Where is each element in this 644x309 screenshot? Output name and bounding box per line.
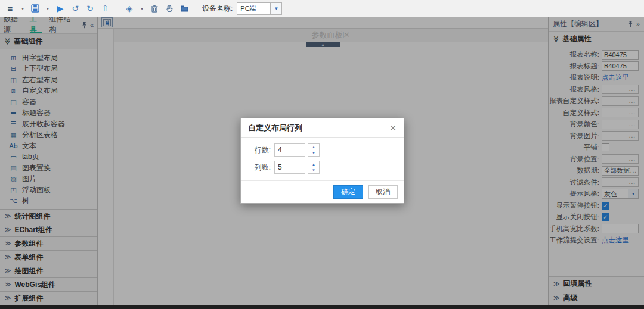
format-caret-icon[interactable]: ▾ — [139, 6, 145, 11]
bottom-edge — [0, 305, 644, 309]
cancel-button[interactable]: 取消 — [368, 185, 398, 199]
cols-input[interactable] — [274, 161, 305, 174]
undo-icon[interactable]: ↺ — [70, 3, 80, 14]
rows-stepper: ▲ ▼ — [308, 143, 320, 157]
cols-field-row: 列数: ▲ ▼ — [248, 161, 397, 174]
format-paint-icon[interactable]: ◈ — [124, 3, 135, 14]
stepper-up-icon[interactable]: ▲ — [308, 144, 319, 150]
custom-layout-dialog: 自定义布局行列 ✕ 行数: ▲ ▼ 列数: ▲ ▼ 确定 — [240, 118, 404, 204]
chevron-down-icon[interactable]: ▼ — [270, 3, 281, 14]
ok-button[interactable]: 确定 — [333, 185, 363, 199]
rows-label: 行数: — [248, 145, 271, 155]
rows-field-row: 行数: ▲ ▼ — [248, 143, 397, 157]
dialog-title: 自定义布局行列 — [248, 123, 302, 133]
save-caret-icon[interactable]: ▾ — [45, 6, 51, 11]
stepper-down-icon[interactable]: ▼ — [308, 167, 319, 173]
cols-stepper: ▲ ▼ — [308, 161, 320, 174]
top-toolbar: ≡ ▾ ▾ ▶ ↺ ↻ ⇧ ◈ ▾ — [0, 0, 644, 17]
toolbar-separator — [117, 4, 117, 13]
close-icon[interactable]: ✕ — [389, 124, 397, 132]
device-select[interactable]: PC端 ▼ — [237, 2, 282, 15]
dialog-body: 行数: ▲ ▼ 列数: ▲ ▼ — [241, 138, 404, 180]
save-icon[interactable] — [30, 3, 41, 14]
app-window: ≡ ▾ ▾ ▶ ↺ ↻ ⇧ ◈ ▾ — [0, 0, 644, 309]
pan-hand-icon[interactable] — [164, 3, 175, 14]
upload-icon[interactable]: ⇧ — [100, 3, 110, 14]
stepper-down-icon[interactable]: ▼ — [308, 150, 319, 156]
device-name-label: 设备名称: — [202, 4, 233, 14]
device-select-value: PC端 — [237, 3, 270, 14]
rows-input[interactable] — [274, 143, 305, 157]
delete-icon[interactable] — [149, 3, 160, 14]
menu-caret-icon[interactable]: ▾ — [20, 6, 26, 11]
menu-icon[interactable]: ≡ — [5, 3, 16, 14]
dialog-footer: 确定 取消 — [241, 180, 404, 203]
stepper-up-icon[interactable]: ▲ — [308, 161, 319, 167]
cols-label: 列数: — [248, 163, 271, 173]
copy-panel-icon[interactable] — [179, 3, 190, 14]
redo-icon[interactable]: ↻ — [85, 3, 95, 14]
dialog-header: 自定义布局行列 ✕ — [241, 118, 404, 138]
run-icon[interactable]: ▶ — [55, 3, 66, 14]
